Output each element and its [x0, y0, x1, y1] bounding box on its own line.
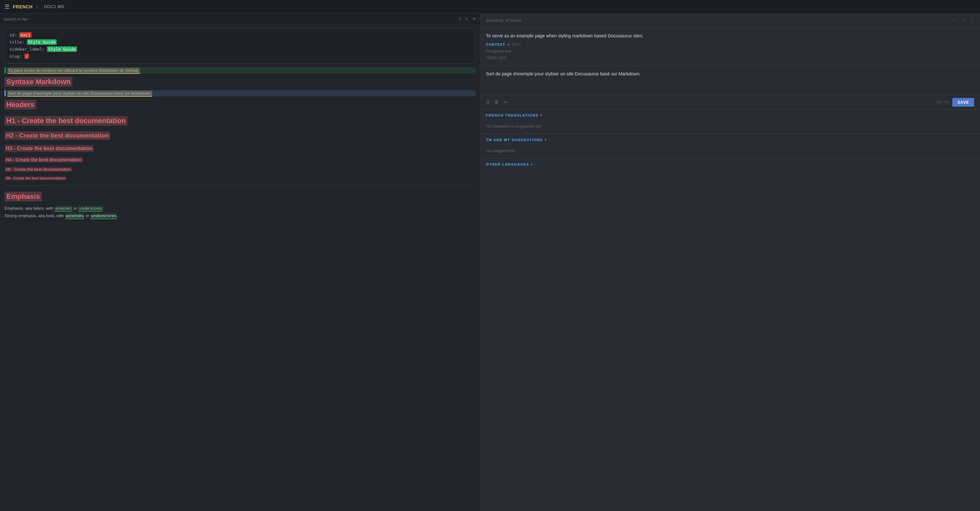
emphasis-line1: Emphasis, aka italics, with asterisks or…	[5, 206, 104, 211]
tm-mt-chevron-icon: ▾	[545, 138, 546, 141]
menu-icon[interactable]: ☰	[5, 3, 10, 10]
h5-create-segment[interactable]: H5 - Create the best documentation	[5, 165, 476, 174]
source-content: To serve as an example page when styling…	[480, 28, 980, 66]
left-panel: ≡ ✎ 👁 id: doc1 title: Style Guide	[0, 14, 480, 511]
search-bar: ≡ ✎ 👁	[0, 14, 480, 25]
other-languages-header[interactable]: OTHER LANGUAGES ▸	[480, 158, 980, 169]
copy-source-icon[interactable]: ⧉	[486, 99, 490, 105]
french-translations-header[interactable]: FRENCH TRANSLATIONS ▾	[480, 110, 980, 120]
h3-create-segment[interactable]: H3 - Create the best documentation	[5, 143, 476, 154]
breadcrumb-arrow: ›	[36, 4, 37, 10]
emphasis-line2-segment[interactable]: Strong emphasis, aka bold, with asterisk…	[5, 212, 476, 219]
fm-sidebar-key: sidebar_label:	[10, 47, 45, 51]
context-chevron-icon[interactable]: ▾	[508, 43, 509, 46]
h4-create: H4 - Create the best documentation	[5, 157, 83, 163]
context-meta: Paragraph text XPath: /p[2]	[486, 48, 974, 61]
search-toolbar: ≡ ✎ 👁	[458, 16, 477, 22]
filename: DOC1.MD	[44, 4, 64, 9]
source-header: SOURCE STRING ← → ⋮	[480, 14, 980, 28]
french-translations-chevron-icon: ▾	[540, 113, 542, 117]
h2-create-segment[interactable]: H2 - Create the best documentation	[5, 129, 476, 142]
french-translations-label: FRENCH TRANSLATIONS	[486, 113, 539, 117]
context-meta-line2: XPath: /p[2]	[486, 55, 974, 61]
h4-create-segment[interactable]: H4 - Create the best documentation	[5, 155, 476, 164]
tm-mt-header[interactable]: TM AND MT SUGGESTIONS ▾	[480, 134, 980, 144]
fm-title-val: Style Guide	[27, 39, 57, 45]
subtitle-text: Sert de page d'exemple pour styliser un …	[7, 91, 152, 97]
h1-syntaxe: Syntaxe Markdown	[5, 77, 72, 87]
h1-syntaxe-segment[interactable]: Syntaxe Markdown	[5, 74, 476, 89]
frontmatter-block: id: doc1 title: Style Guide sidebar_labe…	[5, 28, 476, 64]
editor-content: id: doc1 title: Style Guide sidebar_labe…	[0, 25, 480, 511]
h1-create-segment[interactable]: H1 - Create the best documentation	[5, 113, 476, 129]
h6-create: H6 - Create the best documentation	[5, 176, 67, 180]
other-languages-chevron-icon: ▸	[531, 162, 533, 166]
fm-id-key: id:	[10, 32, 17, 37]
translation-area: Sert de page d'exemple pour styliser un …	[480, 66, 980, 95]
edit-icon[interactable]: ✎	[465, 16, 469, 22]
translation-icons: ⧉ 🗑 ⇔	[486, 99, 508, 105]
h1-headers: Headers	[5, 100, 37, 110]
delete-translation-icon[interactable]: 🗑	[494, 99, 499, 105]
nav-prev-icon[interactable]: ←	[952, 18, 958, 24]
emphasis-line1-segment[interactable]: Emphasis, aka italics, with asterisks or…	[5, 205, 476, 212]
fm-slug-val: /	[24, 53, 29, 59]
no-suggestions-text: No suggestions	[480, 144, 980, 158]
project-name: FRENCH	[13, 4, 32, 10]
fm-slug-key: slug:	[10, 54, 22, 59]
intro-segment[interactable]: Tu peux écrire du contenu en utilisant l…	[5, 67, 476, 73]
suggestions-area: FRENCH TRANSLATIONS ▾ No translations su…	[480, 110, 980, 511]
h1-create: H1 - Create the best documentation	[5, 116, 127, 126]
intro-text: Tu peux écrire du contenu en utilisant l…	[7, 68, 140, 74]
emphasis-line2: Strong emphasis, aka bold, with asterisk…	[5, 213, 118, 218]
translation-textarea[interactable]: Sert de page d'exemple pour styliser un …	[486, 70, 974, 89]
subtitle-segment[interactable]: Sert de page d'exemple pour styliser un …	[5, 90, 476, 96]
h6-create-segment[interactable]: H6 - Create the best documentation	[5, 174, 476, 182]
save-button[interactable]: SAVE	[952, 98, 974, 107]
fm-title-key: title:	[10, 40, 24, 45]
h2-create: H2 - Create the best documentation	[5, 131, 110, 140]
source-text: To serve as an example page when styling…	[486, 32, 974, 39]
h3-create: H3 - Create the best documentation	[5, 145, 94, 152]
split-icon[interactable]: ⇔	[504, 99, 508, 105]
h1-emphasis-segment[interactable]: Emphasis	[5, 189, 476, 204]
edit-button[interactable]: EDIT	[512, 43, 521, 46]
h1-emphasis: Emphasis	[5, 192, 42, 201]
translation-toolbar: ⧉ 🗑 ⇔ 73 • 74 SAVE	[480, 95, 980, 110]
more-options-icon[interactable]: ⋮	[969, 18, 974, 24]
char-count: 73 • 74	[936, 100, 948, 104]
eye-icon[interactable]: 👁	[472, 16, 477, 22]
search-input[interactable]	[3, 17, 456, 22]
h1-headers-segment[interactable]: Headers	[5, 97, 476, 112]
source-label: SOURCE STRING	[486, 19, 522, 22]
context-label: CONTEXT	[486, 43, 506, 46]
main-layout: ≡ ✎ 👁 id: doc1 title: Style Guide	[0, 14, 980, 511]
fm-sidebar-val: Style Guide	[47, 46, 76, 52]
topbar: ☰ FRENCH › DOC1.MD	[0, 0, 980, 14]
source-nav-icons: ← → ⋮	[952, 18, 974, 24]
fm-id-val: doc1	[19, 32, 31, 38]
right-panel: SOURCE STRING ← → ⋮ To serve as an examp…	[480, 14, 980, 511]
list-icon[interactable]: ≡	[458, 16, 461, 22]
no-translations-text: No translations suggested yet	[480, 120, 980, 134]
context-meta-line1: Paragraph text	[486, 48, 974, 54]
tm-mt-label: TM AND MT SUGGESTIONS	[486, 138, 543, 142]
h5-create: H5 - Create the best documentation	[5, 167, 72, 172]
other-languages-label: OTHER LANGUAGES	[486, 162, 529, 166]
context-row: CONTEXT ▾ EDIT	[486, 43, 974, 46]
nav-next-icon[interactable]: →	[961, 18, 966, 24]
